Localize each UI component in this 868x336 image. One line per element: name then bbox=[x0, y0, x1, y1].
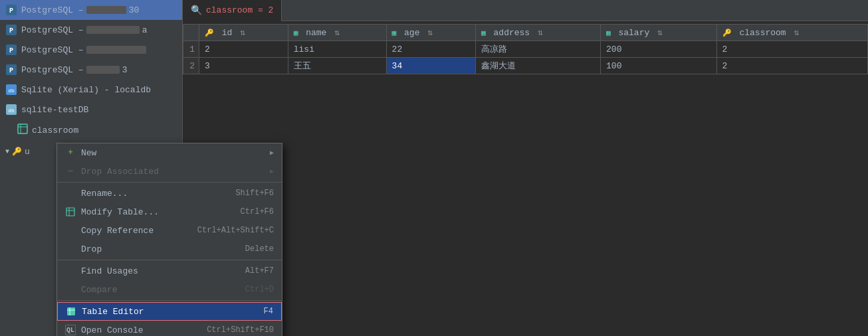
main-content: 🔍 classroom = 2 🔑 id ⇅ ▦ name ⇅ bbox=[183, 0, 868, 336]
classroom-label: classroom bbox=[32, 126, 78, 135]
pg-icon-2: P bbox=[5, 24, 17, 36]
col-header-empty bbox=[183, 25, 199, 41]
sidebar-item-pg4[interactable]: P PostgreSQL –3 bbox=[0, 60, 182, 80]
ctx-drop-label: Drop bbox=[81, 244, 102, 254]
row-num-1: 1 bbox=[183, 41, 199, 58]
triangle-down-icon: ▼ bbox=[5, 148, 9, 155]
find-usages-shortcut: Alt+F7 bbox=[245, 266, 274, 276]
svg-text:P: P bbox=[9, 27, 13, 35]
query-tab[interactable]: 🔍 classroom = 2 bbox=[183, 0, 282, 21]
pg2-label: PostgreSQL –a bbox=[21, 25, 147, 35]
modify-table-icon bbox=[65, 207, 76, 217]
sort-icon-address: ⇅ bbox=[538, 28, 543, 38]
row-num-2: 2 bbox=[183, 58, 199, 74]
data-table-container: 🔑 id ⇅ ▦ name ⇅ ▦ age ⇅ ▦ bbox=[183, 21, 868, 74]
cell-name-2[interactable]: 王五 bbox=[288, 58, 386, 74]
ctx-copy-reference[interactable]: Copy Reference Ctrl+Alt+Shift+C bbox=[57, 221, 282, 240]
cell-address-1[interactable]: 高凉路 bbox=[476, 41, 601, 58]
cell-classroom-1[interactable]: 2 bbox=[716, 41, 867, 58]
svg-rect-12 bbox=[18, 124, 27, 133]
table-col-icon-address: ▦ bbox=[481, 29, 486, 37]
table-editor-icon bbox=[66, 306, 76, 317]
drop-shortcut: Delete bbox=[245, 244, 274, 254]
cell-age-2[interactable]: 34 bbox=[386, 58, 475, 74]
cell-address-2[interactable]: 鑫湖大道 bbox=[476, 58, 601, 74]
sqlite-icon-2: db bbox=[5, 104, 17, 116]
sidebar-item-pg2[interactable]: P PostgreSQL –a bbox=[0, 20, 182, 40]
arrow-drop: ▶ bbox=[270, 167, 274, 175]
data-table: 🔑 id ⇅ ▦ name ⇅ ▦ age ⇅ ▦ bbox=[183, 24, 868, 74]
cell-salary-2[interactable]: 100 bbox=[601, 58, 717, 74]
svg-text:P: P bbox=[9, 67, 13, 74]
svg-text:P: P bbox=[9, 47, 13, 54]
ctx-new-label: New bbox=[81, 148, 96, 158]
svg-rect-15 bbox=[66, 208, 74, 216]
sqlite1-label: Sqlite (Xerial) - localdb bbox=[21, 85, 151, 95]
col-header-salary[interactable]: ▦ salary ⇅ bbox=[601, 25, 717, 41]
cell-name-1[interactable]: lisi bbox=[288, 41, 386, 58]
ctx-table-editor[interactable]: Table Editor F4 bbox=[57, 302, 282, 321]
ctx-open-console[interactable]: QL Open Console Ctrl+Shift+F10 bbox=[57, 321, 282, 336]
table-col-icon-salary: ▦ bbox=[606, 29, 611, 37]
sqlite2-label: sqlite-testDB bbox=[21, 105, 88, 115]
key-icon-user: 🔑 bbox=[12, 147, 22, 157]
col-header-age[interactable]: ▦ age ⇅ bbox=[386, 25, 475, 41]
sort-icon-id: ⇅ bbox=[240, 28, 245, 38]
ctx-find-usages-label: Find Usages bbox=[81, 266, 138, 276]
copy-ref-icon bbox=[65, 225, 76, 236]
open-console-icon: QL bbox=[65, 325, 76, 335]
ctx-new[interactable]: + New ▶ bbox=[57, 143, 282, 162]
ctx-drop-associated[interactable]: — Drop Associated ▶ bbox=[57, 162, 282, 181]
cell-salary-1[interactable]: 200 bbox=[601, 41, 717, 58]
modify-shortcut: Ctrl+F6 bbox=[241, 207, 274, 216]
sort-icon-classroom: ⇅ bbox=[794, 28, 799, 38]
table-row[interactable]: 2 3 王五 34 鑫湖大道 100 2 bbox=[183, 58, 868, 74]
table-row[interactable]: 1 2 lisi 22 高凉路 200 2 bbox=[183, 41, 868, 58]
sidebar-item-pg1[interactable]: P PostgreSQL –30 bbox=[0, 0, 182, 20]
separator-3 bbox=[57, 300, 282, 301]
ctx-table-editor-label: Table Editor bbox=[82, 307, 144, 317]
ctx-drop[interactable]: Drop Delete bbox=[57, 240, 282, 258]
ctx-find-usages[interactable]: Find Usages Alt+F7 bbox=[57, 262, 282, 280]
sidebar-classroom[interactable]: classroom bbox=[0, 120, 182, 141]
svg-text:P: P bbox=[9, 7, 13, 15]
svg-rect-18 bbox=[67, 307, 75, 315]
ctx-drop-assoc-label: Drop Associated bbox=[81, 167, 159, 177]
compare-icon bbox=[65, 284, 76, 295]
cell-age-1[interactable]: 22 bbox=[386, 41, 475, 58]
ctx-rename[interactable]: Rename... Shift+F6 bbox=[57, 184, 282, 203]
col-header-classroom[interactable]: 🔑 classroom ⇅ bbox=[716, 25, 867, 41]
tab-label: classroom = 2 bbox=[206, 5, 273, 15]
drop-assoc-icon: — bbox=[65, 166, 76, 177]
sidebar-item-pg3[interactable]: P PostgreSQL – bbox=[0, 40, 182, 60]
context-menu: + New ▶ — Drop Associated ▶ Rename... Sh… bbox=[56, 143, 282, 336]
col-header-address[interactable]: ▦ address ⇅ bbox=[476, 25, 601, 41]
cell-classroom-2[interactable]: 2 bbox=[716, 58, 867, 74]
pg-icon-1: P bbox=[5, 4, 17, 16]
col-header-id[interactable]: 🔑 id ⇅ bbox=[199, 25, 288, 41]
svg-text:db: db bbox=[8, 108, 15, 114]
ctx-compare-label: Compare bbox=[81, 285, 118, 295]
svg-text:db: db bbox=[8, 88, 15, 94]
pg3-label: PostgreSQL – bbox=[21, 45, 149, 55]
pg1-label: PostgreSQL –30 bbox=[21, 5, 139, 15]
pg4-label: PostgreSQL –3 bbox=[21, 65, 127, 75]
key-col-icon-classroom: 🔑 bbox=[722, 29, 732, 37]
open-console-shortcut: Ctrl+Shift+F10 bbox=[207, 325, 274, 335]
ctx-open-console-label: Open Console bbox=[81, 325, 144, 335]
cell-id-2[interactable]: 3 bbox=[199, 58, 288, 74]
drop-icon bbox=[65, 244, 76, 254]
sidebar-item-sqlite1[interactable]: db Sqlite (Xerial) - localdb bbox=[0, 80, 182, 100]
table-editor-shortcut: F4 bbox=[264, 307, 273, 316]
new-icon: + bbox=[65, 147, 76, 158]
key-col-icon: 🔑 bbox=[205, 29, 214, 37]
col-header-name[interactable]: ▦ name ⇅ bbox=[288, 25, 386, 41]
sort-icon-name: ⇅ bbox=[334, 28, 340, 38]
sidebar-item-sqlite2[interactable]: db sqlite-testDB bbox=[0, 100, 182, 120]
cell-id-1[interactable]: 2 bbox=[199, 41, 288, 58]
ctx-compare[interactable]: Compare Ctrl+D bbox=[57, 280, 282, 299]
copy-ref-shortcut: Ctrl+Alt+Shift+C bbox=[197, 226, 274, 235]
table-col-icon-age: ▦ bbox=[392, 29, 397, 37]
separator-1 bbox=[57, 182, 282, 183]
ctx-modify-table[interactable]: Modify Table... Ctrl+F6 bbox=[57, 203, 282, 221]
